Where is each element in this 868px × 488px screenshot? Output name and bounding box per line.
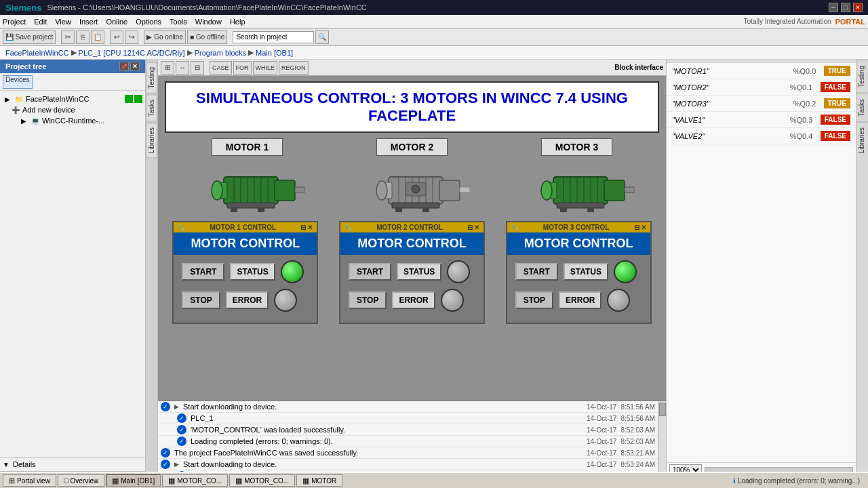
menu-window[interactable]: Window xyxy=(195,18,222,26)
main-content: ⊞ ↔ ⊟ CASE FOR WHILE REGION Block interf… xyxy=(158,60,666,488)
log-row-3: ✓ Loading completed (errors: 0; warnings… xyxy=(158,436,658,447)
breadcrumb-item-2[interactable]: PLC_1 [CPU 1214C AC/DC/Rly] xyxy=(79,49,185,57)
breadcrumb-item-3[interactable]: Program blocks xyxy=(195,49,246,57)
taskbar-motor-co2[interactable]: ▦ MOTOR_CO... xyxy=(229,474,295,487)
motor2-error-button[interactable]: ERROR xyxy=(392,291,435,309)
taskbar-overview[interactable]: □ Overview xyxy=(58,474,104,487)
motor3-status-indicator xyxy=(614,260,637,283)
motor1-label: MOTOR 1 xyxy=(212,138,283,156)
search-input[interactable] xyxy=(233,31,314,43)
sidebar-header: Project tree 📌 ✕ xyxy=(0,60,145,73)
motor2-start-button[interactable]: START xyxy=(349,263,391,281)
motor3-panel-restore-icon[interactable]: ⊟ xyxy=(634,224,639,231)
motor2-control-panel: 🔧 MOTOR 2 CONTROL ⊟ ✕ MOTOR CONTROL STAR… xyxy=(339,221,485,324)
menu-edit[interactable]: Edit xyxy=(34,18,47,26)
motor2-status-indicator xyxy=(447,260,470,283)
window-title: Siemens - C:\Users\HOANGLUU\Documents\Au… xyxy=(47,3,366,12)
motor1-panel-restore-icon[interactable]: ⊟ xyxy=(300,224,306,231)
motor3-start-button[interactable]: START xyxy=(515,263,558,281)
motor2-panel-body: START STATUS STOP ERROR xyxy=(340,255,484,323)
undo-button[interactable]: ↩ xyxy=(110,30,123,44)
go-offline-button[interactable]: ■ Go offline xyxy=(187,30,227,44)
breadcrumb-item-4[interactable]: Main [OB1] xyxy=(256,49,293,57)
taskbar-motor-co1[interactable]: ▦ MOTOR_CO... xyxy=(162,474,228,487)
rsidebar-tab-tasks[interactable]: Tasks xyxy=(856,93,868,122)
motor3-panel-header: 🔧 MOTOR 3 CONTROL ⊟ ✕ xyxy=(507,222,650,232)
motor2-status-button[interactable]: STATUS xyxy=(397,263,441,281)
motor2-panel-close-icon[interactable]: ✕ xyxy=(474,224,479,231)
motor2-panel-title: MOTOR CONTROL xyxy=(340,232,484,255)
motor3-stop-button[interactable]: STOP xyxy=(515,291,553,309)
search-button[interactable]: 🔍 xyxy=(315,30,329,44)
sidebar-tab-libraries[interactable]: Libraries xyxy=(146,123,157,158)
log-icon-0: ✓ xyxy=(161,402,170,411)
rsidebar-tab-testing[interactable]: Testing xyxy=(856,60,868,93)
menu-help[interactable]: Help xyxy=(230,18,245,26)
motor1-stop-button[interactable]: STOP xyxy=(182,291,220,309)
menu-view[interactable]: View xyxy=(55,18,71,26)
sidebar-pin-button[interactable]: 📌 xyxy=(119,62,129,71)
close-button[interactable]: ✕ xyxy=(853,3,863,12)
portal-label: PORTAL xyxy=(835,18,865,26)
fbd-btn[interactable]: ↔ xyxy=(176,61,189,75)
menu-online[interactable]: Online xyxy=(106,18,127,26)
motor2-panel-restore-icon[interactable]: ⊟ xyxy=(467,224,473,231)
go-online-button[interactable]: ▶ Go online xyxy=(144,30,186,44)
maximize-button[interactable]: □ xyxy=(841,3,850,12)
sidebar-item-details[interactable]: ▼ Details xyxy=(1,459,144,470)
sidebar-item-faceplatewincc[interactable]: ▶ 📁 FacePlateInWinCC xyxy=(3,94,142,104)
sidebar-tab-testing[interactable]: Testing xyxy=(146,62,157,94)
motor2-image xyxy=(351,161,473,216)
log-row-2: ✓ 'MOTOR_CONTROL' was loaded successfull… xyxy=(158,424,658,436)
menu-project[interactable]: Project xyxy=(3,18,26,26)
status-icon: ℹ xyxy=(733,477,736,485)
breadcrumb-item-1[interactable]: FacePlateInWinCC xyxy=(5,49,69,57)
cut-button[interactable]: ✂ xyxy=(61,30,75,44)
taskbar-main-ob1[interactable]: ▦ Main [OB1] xyxy=(106,474,161,487)
log-scroll-thumb[interactable] xyxy=(659,403,666,416)
svg-rect-3 xyxy=(295,187,305,192)
case-btn[interactable]: CASE xyxy=(210,61,232,75)
tia-brand-text: Totally Integrated Automation xyxy=(744,18,831,25)
motor3-error-button[interactable]: ERROR xyxy=(559,291,601,309)
while-btn[interactable]: WHILE xyxy=(253,61,278,75)
motor1-panel-close-icon[interactable]: ✕ xyxy=(307,224,313,231)
motor3-panel-close-icon[interactable]: ✕ xyxy=(641,224,646,231)
motor1-stop-row: STOP ERROR xyxy=(182,289,309,312)
tag-row-valve1: "VALVE1" %Q0.3 FALSE xyxy=(667,112,856,128)
taskbar-motor-co2-label: MOTOR_CO... xyxy=(244,477,289,485)
rsidebar-tab-libraries[interactable]: Libraries xyxy=(856,121,868,159)
menu-options[interactable]: Options xyxy=(136,18,161,26)
motor1-start-button[interactable]: START xyxy=(182,263,224,281)
for-btn[interactable]: FOR xyxy=(233,61,252,75)
redo-button[interactable]: ↪ xyxy=(125,30,138,44)
portal-icon: ⊞ xyxy=(9,476,15,485)
copy-button[interactable]: ⎘ xyxy=(76,30,90,44)
motor3-status-button[interactable]: STATUS xyxy=(564,263,608,281)
motor-icon: ▦ xyxy=(302,476,309,485)
motor3-error-indicator xyxy=(607,289,630,312)
motor2-stop-button[interactable]: STOP xyxy=(349,291,387,309)
minimize-button[interactable]: ─ xyxy=(829,3,838,12)
menu-insert[interactable]: Insert xyxy=(79,18,98,26)
menu-tools[interactable]: Tools xyxy=(170,18,187,26)
sidebar-close-button[interactable]: ✕ xyxy=(130,62,140,71)
save-project-button[interactable]: 💾 Save project xyxy=(3,30,56,44)
motor1-error-button[interactable]: ERROR xyxy=(226,291,269,309)
plc-tags-panel: "MOTOR1" %Q0.0 TRUE "MOTOR2" %Q0.1 FALSE… xyxy=(666,60,856,488)
sidebar-vertical-tabs: Testing Tasks Libraries xyxy=(146,60,158,488)
taskbar-motor[interactable]: ▦ MOTOR xyxy=(296,474,342,487)
taskbar-portal-view[interactable]: ⊞ Portal view xyxy=(3,474,56,487)
sidebar-item-wincc-runtime[interactable]: ▶ 💻 WinCC-Runtime-... xyxy=(3,115,142,126)
region-btn[interactable]: REGION xyxy=(279,61,309,75)
svg-point-40 xyxy=(541,181,552,200)
stn-btn[interactable]: ⊟ xyxy=(191,61,204,75)
block-interface-label: Block interface xyxy=(614,64,663,71)
sidebar-item-add-device[interactable]: ➕ Add new device xyxy=(3,104,142,115)
motor-co2-icon: ▦ xyxy=(235,476,242,485)
sidebar-tab-tasks[interactable]: Tasks xyxy=(146,95,157,122)
ladder-btn[interactable]: ⊞ xyxy=(161,61,174,75)
paste-button[interactable]: 📋 xyxy=(91,30,104,44)
devices-tab-button[interactable]: Devices xyxy=(3,75,33,89)
motor1-status-button[interactable]: STATUS xyxy=(230,263,275,281)
